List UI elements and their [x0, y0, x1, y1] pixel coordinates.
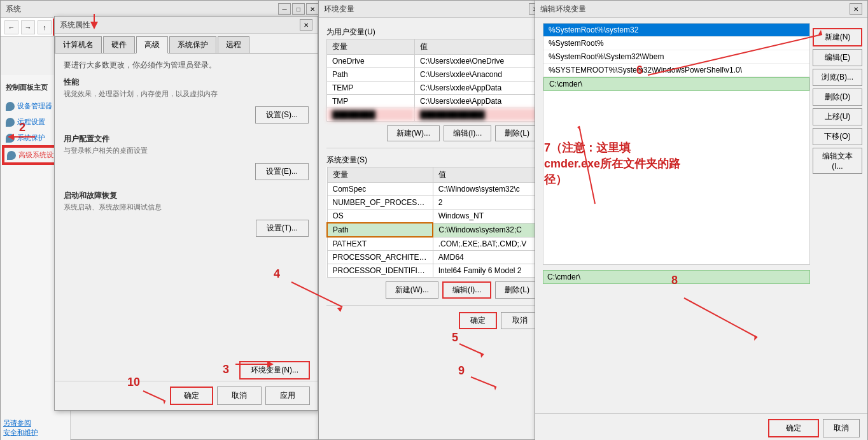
back-button[interactable]: ←: [4, 20, 18, 34]
user-vars-section-title: 为用户变量(U): [319, 23, 547, 39]
maximize-button[interactable]: □: [292, 3, 305, 15]
sidebar-label-1: 设备管理器: [17, 101, 52, 111]
browse-button[interactable]: 浏览(B)...: [813, 69, 862, 86]
close-button[interactable]: ✕: [306, 3, 319, 15]
sys-var-col-header: 变量: [327, 167, 433, 183]
sys-var-name-2: NUMBER_OF_PROCESSORS: [327, 196, 433, 209]
env-divider: [326, 148, 539, 148]
sys-var-row-comspec[interactable]: ComSpec C:\Windows\system32\c: [327, 183, 539, 196]
sysattr-footer: 确定 取消 应用: [55, 381, 318, 410]
sys-delete-button[interactable]: 删除(L): [495, 281, 539, 299]
edit-env-item-5[interactable]: C:\cmder\: [543, 77, 809, 91]
env-title: 环境变量: [324, 4, 354, 15]
sys-var-row-os[interactable]: OS Windows_NT: [327, 209, 539, 224]
edit-env-item-1[interactable]: %SystemRoot%\system32: [543, 24, 809, 37]
user-var-name-2: Path: [327, 68, 415, 82]
tab-computername[interactable]: 计算机名: [55, 36, 102, 53]
sys-var-row-numproc[interactable]: NUMBER_OF_PROCESSORS 2: [327, 196, 539, 209]
env-variables-button[interactable]: 环境变量(N)...: [239, 361, 310, 380]
userprof-settings-button[interactable]: 设置(E)...: [255, 163, 309, 180]
user-val-col-header: 值: [415, 39, 539, 55]
tab-remote[interactable]: 远程: [218, 36, 249, 53]
forward-button[interactable]: →: [21, 20, 35, 34]
edit-env-item-2[interactable]: %SystemRoot%: [543, 37, 809, 50]
sys-new-button[interactable]: 新建(W)...: [386, 281, 438, 299]
move-up-button[interactable]: 上移(U): [813, 108, 862, 125]
edit-env-title: 编辑环境变量: [540, 4, 586, 15]
startup-settings-button[interactable]: 设置(T)...: [256, 220, 309, 237]
sysattr-body: 要进行大多数更改，你必须作为管理员登录。 性能 视觉效果，处理器计划，内存使用，…: [55, 53, 318, 253]
sys-var-row-pathext[interactable]: PATHEXT .COM;.EXE;.BAT;.CMD;.V: [327, 237, 539, 251]
tab-system-protection[interactable]: 系统保护: [169, 36, 216, 53]
sys-var-row-procid[interactable]: PROCESSOR_IDENTIFIER Intel64 Family 6 Mo…: [327, 264, 539, 278]
env-footer-divider: [326, 305, 539, 306]
sys-vars-table: 变量 值 ComSpec C:\Windows\system32\c NUMBE…: [326, 167, 539, 278]
sys-vars-section-title: 系统变量(S): [319, 151, 547, 167]
user-var-row-temp[interactable]: TEMP C:\Users\xxlee\AppData: [327, 82, 539, 95]
env-cancel-button[interactable]: 取消: [501, 312, 539, 329]
user-new-button[interactable]: 新建(W)...: [387, 125, 440, 141]
edit-path-button[interactable]: 编辑(E): [813, 49, 862, 66]
sys-var-row-path[interactable]: Path C:\Windows\system32;C: [327, 223, 539, 237]
edit-env-item-4[interactable]: %SYSTEMROOT%\System32\WindowsPowerShell\…: [543, 64, 809, 77]
system-title: 系统: [6, 4, 21, 15]
edit-env-title-bar: 编辑环境变量 ✕: [535, 1, 867, 18]
perf-settings-button[interactable]: 设置(S)...: [255, 106, 309, 124]
title-bar-controls: ─ □ ✕: [278, 3, 319, 15]
sys-var-val-7: Intel64 Family 6 Model 2: [433, 264, 538, 278]
sys-edit-button[interactable]: 编辑(I)...: [442, 281, 491, 299]
user-var-row-path[interactable]: Path C:\Users\xxlee\Anacond: [327, 68, 539, 82]
edit-env-cancel-button[interactable]: 取消: [823, 419, 860, 437]
section-user-profiles: 用户配置文件 与登录帐户相关的桌面设置 设置(E)...: [64, 134, 309, 180]
sys-var-val-6: AMD64: [433, 251, 538, 264]
shield-icon-4: [7, 151, 16, 160]
user-delete-button[interactable]: 删除(L): [495, 125, 539, 141]
sys-var-name-5: PATHEXT: [327, 237, 433, 251]
sys-var-name-7: PROCESSOR_IDENTIFIER: [327, 264, 433, 278]
sysattr-ok-button[interactable]: 确定: [170, 387, 213, 405]
user-var-row-onedrive[interactable]: OneDrive C:\Users\xxlee\OneDrive: [327, 55, 539, 68]
user-edit-button[interactable]: 编辑(I)...: [444, 125, 491, 141]
user-var-row-tmp[interactable]: TMP C:\Users\xxlee\AppData: [327, 95, 539, 108]
section-startup: 启动和故障恢复 系统启动、系统故障和调试信息 设置(T)...: [64, 190, 309, 237]
perf-desc: 视觉效果，处理器计划，内存使用，以及虚拟内存: [64, 89, 309, 99]
section-performance: 性能 视觉效果，处理器计划，内存使用，以及虚拟内存 设置(S)...: [64, 77, 309, 124]
edit-env-close-button[interactable]: ✕: [850, 3, 862, 15]
sysattr-cancel-button[interactable]: 取消: [217, 387, 262, 405]
edit-text-button[interactable]: 编辑文本(I...: [813, 148, 862, 174]
edit-env-dialog: 编辑环境变量 ✕ %SystemRoot%\system32 %SystemRo…: [535, 0, 868, 440]
user-vars-table: 变量 值 OneDrive C:\Users\xxlee\OneDrive Pa…: [326, 39, 539, 122]
sys-var-name-3: OS: [327, 209, 433, 224]
path-input[interactable]: [543, 270, 810, 284]
edit-env-footer: 确定 取消: [535, 413, 867, 440]
minimize-button[interactable]: ─: [278, 3, 291, 15]
move-down-button[interactable]: 下移(O): [813, 128, 862, 145]
perf-title: 性能: [64, 77, 309, 88]
user-var-blurred-val: ████████████: [415, 108, 539, 122]
sidebar-label-2: 远程设置: [17, 117, 45, 127]
tab-advanced[interactable]: 高级: [136, 36, 168, 53]
up-button[interactable]: ↑: [38, 20, 52, 34]
new-path-button[interactable]: 新建(N): [813, 28, 862, 46]
sysattr-close-button[interactable]: ✕: [300, 19, 312, 31]
system-properties-dialog: 系统属性 ✕ 计算机名 硬件 高级 系统保护 远程 要进行大多数更改，你必须作为…: [54, 16, 318, 411]
shield-icon-2: [6, 118, 15, 127]
sysattr-apply-button[interactable]: 应用: [265, 387, 310, 405]
edit-env-ok-button[interactable]: 确定: [768, 419, 819, 437]
sys-var-row-procarch[interactable]: PROCESSOR_ARCHITECT... AMD64: [327, 251, 539, 264]
user-var-val-2: C:\Users\xxlee\Anacond: [415, 68, 539, 82]
tab-hardware[interactable]: 硬件: [103, 36, 135, 53]
sys-var-val-1: C:\Windows\system32\c: [433, 183, 538, 196]
user-var-val-4: C:\Users\xxlee\AppData: [415, 95, 539, 108]
edit-env-item-3[interactable]: %SystemRoot%\System32\Wbem: [543, 50, 809, 64]
startup-title: 启动和故障恢复: [64, 190, 309, 201]
delete-path-button[interactable]: 删除(D): [813, 89, 862, 106]
env-ok-button[interactable]: 确定: [459, 312, 497, 329]
link-see-also[interactable]: 另请参阅: [3, 418, 38, 428]
tabs-bar: 计算机名 硬件 高级 系统保护 远程: [55, 34, 318, 53]
shield-icon-1: [6, 102, 15, 111]
user-var-val-3: C:\Users\xxlee\AppData: [415, 82, 539, 95]
link-security[interactable]: 安全和维护: [3, 428, 38, 437]
sys-var-val-2: 2: [433, 196, 538, 209]
input-row: [543, 270, 810, 284]
